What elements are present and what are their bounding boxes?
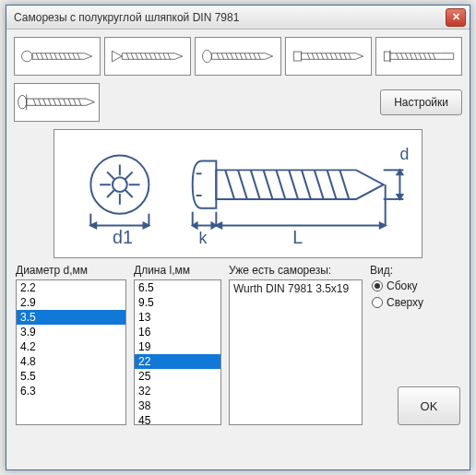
diameter-option[interactable]: 4.2: [17, 339, 125, 354]
window-title: Саморезы с полукруглой шляпкой DIN 7981: [14, 11, 446, 24]
settings-button[interactable]: Настройки: [380, 89, 462, 115]
params-row: Диаметр d,мм 2.22.93.53.94.24.85.56.3 Дл…: [14, 264, 462, 425]
length-option[interactable]: 6.5: [135, 280, 220, 295]
label-d: d: [399, 145, 409, 163]
svg-point-0: [21, 51, 32, 62]
label-L: L: [292, 227, 303, 247]
length-listbox[interactable]: 6.59.5131619222532384550: [134, 279, 221, 425]
screw-thumb-3[interactable]: [195, 37, 281, 76]
length-option[interactable]: 25: [135, 369, 220, 384]
diameter-option[interactable]: 4.8: [17, 354, 125, 369]
view-option[interactable]: Сверху: [372, 296, 460, 309]
close-icon: ✕: [452, 11, 460, 23]
ok-button[interactable]: OK: [398, 386, 460, 425]
diagram-box: d1: [54, 129, 422, 258]
dialog-window: Саморезы с полукруглой шляпкой DIN 7981 …: [6, 5, 470, 470]
ok-button-label: OK: [421, 399, 438, 413]
label-k: k: [199, 229, 208, 247]
svg-point-1: [202, 50, 211, 62]
length-option[interactable]: 32: [135, 384, 220, 398]
screw-thumb-1[interactable]: [14, 37, 101, 76]
content-area: Настройки d1: [6, 30, 470, 433]
diameter-label: Диаметр d,мм: [16, 264, 126, 277]
length-option[interactable]: 9.5: [135, 295, 220, 310]
screw-thumb-5[interactable]: [375, 37, 462, 76]
existing-label: Уже есть саморезы:: [229, 264, 363, 277]
titlebar: Саморезы с полукруглой шляпкой DIN 7981 …: [6, 6, 470, 30]
diameter-option[interactable]: 6.3: [17, 384, 125, 398]
view-option-label: Сверху: [387, 296, 423, 309]
view-group: Вид: СбокуСверху: [370, 264, 460, 313]
screw-thumb-4[interactable]: [285, 37, 372, 76]
svg-point-5: [18, 96, 27, 110]
length-label: Длина l,мм: [134, 264, 221, 277]
diameter-option[interactable]: 2.9: [17, 295, 125, 310]
settings-button-label: Настройки: [394, 96, 448, 109]
length-option[interactable]: 38: [135, 398, 220, 413]
existing-item[interactable]: Wurth DIN 7981 3.5x19: [233, 282, 358, 295]
screw-diagram: d1: [54, 130, 422, 257]
screw-thumb-2[interactable]: [104, 37, 191, 76]
close-button[interactable]: ✕: [446, 8, 466, 27]
view-option[interactable]: Сбоку: [372, 279, 460, 292]
diameter-option[interactable]: 3.5: [17, 310, 125, 325]
diameter-option[interactable]: 2.2: [17, 280, 125, 295]
existing-column: Уже есть саморезы: Wurth DIN 7981 3.5x19: [229, 264, 363, 425]
radio-icon: [372, 280, 383, 291]
view-label: Вид:: [370, 264, 460, 277]
screw-thumb-6[interactable]: [14, 83, 100, 122]
existing-listbox[interactable]: Wurth DIN 7981 3.5x19: [229, 279, 363, 425]
screw-type-thumbnails: [14, 37, 462, 76]
length-option[interactable]: 16: [135, 325, 220, 339]
diameter-listbox[interactable]: 2.22.93.53.94.24.85.56.3: [16, 279, 126, 425]
svg-point-7: [90, 156, 149, 214]
diameter-column: Диаметр d,мм 2.22.93.53.94.24.85.56.3: [16, 264, 126, 425]
length-option[interactable]: 19: [135, 339, 220, 354]
right-column: Вид: СбокуСверху OK: [370, 264, 460, 425]
length-option[interactable]: 22: [135, 354, 220, 369]
label-d1: d1: [113, 227, 133, 247]
svg-rect-2: [293, 52, 301, 61]
svg-point-8: [113, 177, 127, 192]
length-option[interactable]: 45: [135, 413, 220, 425]
view-option-label: Сбоку: [387, 279, 418, 292]
length-option[interactable]: 13: [135, 310, 220, 325]
length-column: Длина l,мм 6.59.5131619222532384550: [134, 264, 221, 425]
diameter-option[interactable]: 5.5: [17, 369, 125, 384]
radio-icon: [372, 297, 383, 308]
svg-rect-3: [384, 52, 390, 61]
diameter-option[interactable]: 3.9: [17, 325, 125, 339]
second-row: Настройки: [14, 83, 462, 122]
